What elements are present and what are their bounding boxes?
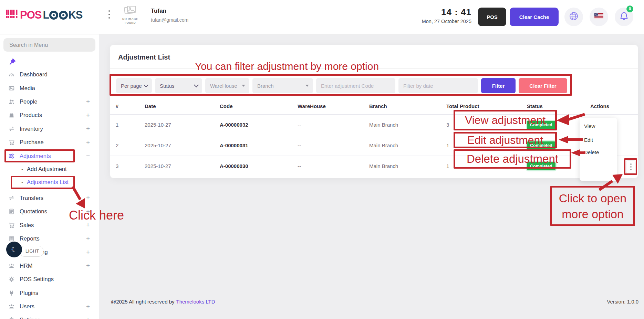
table-row: 22025-10-27A-00000031--Main Branch1Compl… [110, 135, 638, 156]
cell-code: A-00000032 [220, 122, 298, 128]
sidebar-item-sales[interactable]: Sales+ [0, 219, 99, 232]
column-header-warehouse: WareHouse [298, 103, 369, 109]
expand-plus-icon[interactable]: + [86, 316, 90, 319]
caret-down-icon [242, 85, 245, 87]
user-name: Tufan [151, 8, 188, 14]
adjustments-icon [8, 153, 20, 159]
expand-plus-icon[interactable]: + [86, 125, 90, 132]
status-badge: Completed [527, 141, 555, 150]
warehouse-select[interactable]: WareHouse [205, 78, 249, 93]
clear-cache-button[interactable]: Clear Cache [510, 8, 559, 26]
expand-plus-icon[interactable]: + [86, 111, 90, 119]
cell-branch: Main Branch [369, 163, 446, 169]
expand-plus-icon[interactable]: + [86, 98, 90, 105]
expand-plus-icon[interactable]: + [86, 262, 90, 269]
pos-button[interactable]: POS [478, 8, 506, 26]
purchase-icon [8, 139, 20, 146]
cell-code: A-00000031 [220, 142, 298, 148]
view-action[interactable]: View [584, 123, 595, 129]
sidebar-item-label: Media [20, 85, 90, 92]
adjustment-list-card: Adjustment List Per page Status WareHous… [110, 45, 638, 178]
user-info[interactable]: Tufan tufan@gmail.com [151, 8, 188, 23]
cell-total: 1 [446, 163, 527, 169]
sub-item-bullet: - [21, 166, 27, 172]
time-display: 14 : 41 [422, 7, 471, 18]
filter-button[interactable]: Filter [481, 78, 516, 93]
header-clock: 14 : 41 Mon, 27 October 2025 [422, 7, 471, 24]
search-input[interactable] [3, 38, 95, 52]
version-text: Version: 1.0.0 [607, 299, 638, 305]
adjustment-code-input[interactable] [316, 78, 395, 93]
per-page-select[interactable]: Per page [116, 78, 152, 93]
expand-plus-icon[interactable]: + [86, 221, 90, 229]
media-icon [8, 85, 20, 92]
status-select[interactable]: Status [155, 78, 202, 93]
sidebar-item-transfers[interactable]: Transfers+ [0, 191, 99, 205]
themelooks-link[interactable]: Themelooks LTD [176, 299, 215, 305]
sidebar-item-label: Dashboard [20, 71, 90, 78]
sidebar-item-label: Inventory [20, 126, 86, 132]
sidebar-item-quotations[interactable]: Quotations+ [0, 205, 99, 218]
cell-date: 2025-10-27 [145, 142, 220, 148]
sidebar-item-purchase[interactable]: Purchase+ [0, 136, 99, 149]
sidebar-item-adjustments-list[interactable]: -Adjustments List [0, 176, 99, 189]
user-email: tufan@gmail.com [151, 17, 188, 23]
brand-pos-text: POS [20, 9, 41, 21]
cell-warehouse: -- [298, 163, 369, 169]
branch-select[interactable]: Branch [252, 78, 313, 93]
barcode-icon [6, 9, 19, 21]
light-mode-label: LIGHT [20, 246, 43, 257]
sidebar-item-adjustments[interactable]: Adjustments− [0, 149, 99, 162]
sidebar-item-settings[interactable]: Settings+ [0, 313, 99, 319]
expand-plus-icon[interactable]: + [86, 208, 90, 215]
delete-action[interactable]: Delete [584, 149, 599, 155]
caret-down-icon [305, 85, 309, 87]
sidebar-item-dashboard[interactable]: Dashboard [0, 68, 99, 81]
edit-action[interactable]: Edit [584, 137, 593, 143]
collapse-minus-icon[interactable]: − [86, 152, 90, 160]
sidebar-item-products[interactable]: Products+ [0, 108, 99, 122]
expand-plus-icon[interactable]: + [86, 235, 90, 243]
expand-plus-icon[interactable]: + [86, 139, 90, 146]
clear-filter-button[interactable]: Clear Filter [519, 78, 567, 93]
sidebar-item-label: Purchase [20, 139, 86, 146]
sidebar-item-inventory[interactable]: Inventory+ [0, 122, 99, 136]
sidebar-item-label: Adjustments List [27, 179, 90, 185]
expand-plus-icon[interactable]: + [86, 194, 90, 202]
poslooks-logo[interactable]: POS LKS [6, 9, 82, 21]
sidebar-item-people[interactable]: People+ [0, 95, 99, 108]
pin-icon[interactable] [8, 57, 17, 68]
cell-date: 2025-10-27 [145, 122, 220, 128]
column-header-branch: Branch [369, 103, 446, 109]
table-row: 12025-10-27A-00000032--Main Branch3Compl… [110, 115, 638, 135]
sub-item-bullet: - [21, 179, 27, 185]
status-badge: Completed [527, 121, 555, 129]
globe-icon [569, 11, 579, 22]
user-avatar-placeholder[interactable]: NO IMAGEFOUND [119, 5, 141, 24]
column-header-status: Status [527, 103, 590, 109]
poslooks-app: POS LKS NO IMAGEFOUND Tufan tufan@gmail.… [0, 0, 644, 319]
quotations-icon [8, 208, 20, 215]
sidebar-item-label: Users [20, 303, 86, 310]
sidebar-item-plugins[interactable]: Plugins [0, 286, 99, 299]
expand-plus-icon[interactable]: + [86, 303, 90, 310]
sidebar-item-pos-settings[interactable]: POS Settings [0, 273, 99, 286]
notifications-button[interactable]: 0 [615, 8, 633, 26]
cell-num: 1 [116, 122, 145, 128]
users-icon [8, 303, 20, 310]
sidebar-item-users[interactable]: Users+ [0, 300, 99, 313]
sidebar-item-media[interactable]: Media [0, 81, 99, 95]
expand-plus-icon[interactable]: + [86, 248, 90, 256]
sidebar-item-label: Transfers [20, 195, 86, 201]
theme-toggle[interactable]: ☾ [6, 242, 22, 257]
locale-flag-button[interactable] [590, 8, 608, 26]
row-more-options-button[interactable] [626, 161, 635, 173]
date-filter-input[interactable] [398, 78, 478, 93]
sidebar-item-label: Reports [20, 235, 86, 242]
sidebar-item-hrm[interactable]: HRM+ [0, 259, 99, 273]
chevron-down-icon [144, 83, 148, 87]
header-kebab-menu[interactable] [108, 10, 110, 19]
sidebar-item-label: Settings [20, 317, 86, 319]
language-globe-button[interactable] [564, 8, 583, 26]
sidebar-item-add-adjustment[interactable]: -Add Adjustment [0, 163, 99, 176]
